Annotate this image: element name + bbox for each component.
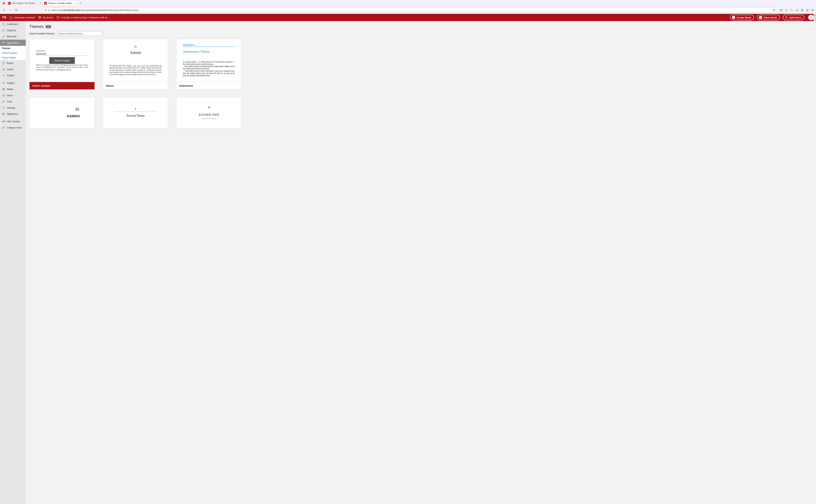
browser-tab[interactable]: PB Edit Chapter "Your Books Appea ×: [7, 0, 42, 6]
tab-strip: PB Edit Chapter "Your Books Appea × PB T…: [0, 0, 816, 7]
admin-sidebar: Dashboard Organize Book Info Appearance …: [0, 21, 26, 504]
svg-point-13: [4, 95, 5, 95]
sidebar-item-dashboard[interactable]: Dashboard: [0, 21, 26, 27]
admin-network-link[interactable]: Administer Network: [9, 16, 35, 19]
new-tab-button[interactable]: +: [78, 2, 83, 5]
nav-bar: https://uark.pressbooks.pub/makingopente…: [0, 7, 816, 14]
sidebar-item-export[interactable]: Export: [0, 60, 26, 66]
svg-point-3: [791, 9, 792, 11]
theme-card-asimov[interactable]: 32. ASIMOV: [29, 97, 95, 128]
current-book-link[interactable]: A Guide to Making Open Textbooks with St…: [56, 16, 110, 19]
sidebar-item-appearance[interactable]: Appearance: [0, 40, 26, 46]
sidebar-item-media[interactable]: Media: [0, 86, 26, 92]
sidebar-item-collapse[interactable]: Collapse menu: [0, 125, 26, 131]
avatar-icon: [809, 16, 813, 19]
search-row: Search Installed Themes: [29, 31, 812, 36]
firefox-menu-button[interactable]: [1, 0, 7, 6]
tab-title: Edit Chapter "Your Books Appea: [12, 2, 38, 4]
sidebar-item-import[interactable]: Import: [0, 66, 26, 72]
svg-point-9: [810, 16, 811, 17]
svg-rect-15: [2, 113, 5, 115]
appearance-submenu: Themes Theme Options Custom Styles: [0, 46, 26, 60]
favicon-icon: PB: [8, 2, 11, 5]
sidebar-item-users[interactable]: Users: [0, 92, 26, 99]
sidebar-item-book-info[interactable]: Book Info: [0, 33, 26, 40]
tab-title: Themes ‹ A Guide to Making O: [48, 2, 74, 4]
close-icon[interactable]: ×: [75, 2, 77, 5]
search-input[interactable]: [56, 31, 102, 36]
collapse-icon: [2, 126, 5, 129]
download-icon[interactable]: [785, 9, 788, 12]
browser-tab[interactable]: PB Themes ‹ A Guide to Making O ×: [42, 0, 78, 6]
bookmark-star-icon[interactable]: [773, 9, 775, 11]
pocket-icon[interactable]: [780, 9, 783, 12]
svg-rect-5: [797, 9, 797, 11]
theme-preview: CHAPTER 41 Andreessen Theme In a great m…: [176, 39, 241, 82]
arrow-left-icon: [3, 9, 5, 11]
sidebar-item-plugins[interactable]: Plugins: [0, 80, 26, 86]
theme-grid: CHAPTER 6. GRAHAM What do we mean by "in…: [29, 39, 241, 90]
book-icon: [2, 29, 5, 32]
sidebar-item-h5p[interactable]: H5PH5P Content: [0, 118, 26, 125]
clone-book-button[interactable]: + Clone Book: [757, 15, 780, 20]
extension-icon[interactable]: [795, 9, 798, 12]
scroll-up-indicator[interactable]: [813, 14, 816, 21]
add-users-button[interactable]: Add Users: [783, 15, 804, 20]
submenu-theme-options[interactable]: Theme Options: [0, 51, 26, 55]
wrench-icon: [2, 100, 5, 103]
sidebar-item-organize[interactable]: Organize: [0, 27, 26, 33]
h5p-icon: H5P: [2, 120, 5, 123]
submenu-themes[interactable]: Themes: [0, 46, 26, 51]
plus-icon: +: [759, 16, 762, 19]
sidebar-item-publish[interactable]: Publish: [0, 72, 26, 79]
svg-point-14: [3, 107, 4, 108]
pressbooks-logo[interactable]: PB: [2, 16, 7, 19]
page-title: Themes: [29, 24, 44, 29]
app-toolbar: PB Administer Network My Books A Guide t…: [0, 14, 816, 21]
theme-card-adunis[interactable]: 30 Adunis Ali Ahmad Said Esber (Arabic: …: [103, 39, 168, 90]
table-icon: [2, 112, 5, 116]
app-menu-icon[interactable]: [811, 9, 814, 12]
submenu-custom-styles[interactable]: Custom Styles: [0, 55, 26, 60]
theme-card-atwood[interactable]: 8 Atwood Theme: [103, 97, 168, 128]
building-icon: [9, 16, 13, 19]
browser-chrome: PB Edit Chapter "Your Books Appea × PB T…: [0, 0, 816, 14]
firefox-icon: [2, 2, 5, 5]
theme-card-andreessen[interactable]: CHAPTER 41 Andreessen Theme In a great m…: [176, 39, 241, 90]
url-bar[interactable]: https://uark.pressbooks.pub/makingopente…: [43, 8, 777, 13]
theme-details-button[interactable]: Theme Details: [49, 57, 75, 64]
sidebar-item-tools[interactable]: Tools: [0, 99, 26, 105]
sparkle-icon: [2, 41, 5, 44]
plug-icon: [2, 81, 5, 85]
favicon-icon: PB: [44, 2, 47, 5]
sidebar-item-tablepress[interactable]: TablePress: [0, 111, 26, 117]
svg-point-8: [785, 16, 786, 17]
extensions-icon[interactable]: [806, 9, 809, 12]
user-avatar[interactable]: [808, 15, 814, 20]
svg-point-12: [3, 95, 4, 95]
reload-icon: [15, 9, 18, 11]
edit-icon: [2, 35, 5, 38]
theme-preview: 28 AUSTEN TWO: [176, 97, 241, 128]
back-button[interactable]: [1, 8, 7, 13]
svg-point-11: [3, 89, 4, 90]
camera-icon: [2, 88, 5, 91]
my-books-link[interactable]: My Books: [38, 16, 54, 19]
theme-preview: 32. ASIMOV: [30, 97, 94, 128]
gear-icon: [2, 106, 5, 109]
close-icon[interactable]: ×: [39, 2, 41, 5]
toolbar-actions: [780, 9, 814, 12]
theme-card-austen-two[interactable]: 28 AUSTEN TWO: [176, 97, 241, 128]
import-icon: [2, 68, 5, 71]
sidebar-item-settings[interactable]: Settings: [0, 105, 26, 111]
zoom-icon[interactable]: [790, 9, 793, 12]
export-icon: [2, 61, 5, 65]
reload-button[interactable]: [14, 8, 19, 13]
forward-button[interactable]: [8, 8, 13, 13]
theme-card-graham[interactable]: CHAPTER 6. GRAHAM What do we mean by "in…: [29, 39, 95, 90]
search-label: Search Installed Themes: [29, 32, 55, 35]
link-icon: [2, 74, 5, 77]
home-icon: [2, 23, 5, 26]
create-book-button[interactable]: + Create Book: [730, 15, 754, 20]
reader-icon[interactable]: [801, 9, 804, 12]
